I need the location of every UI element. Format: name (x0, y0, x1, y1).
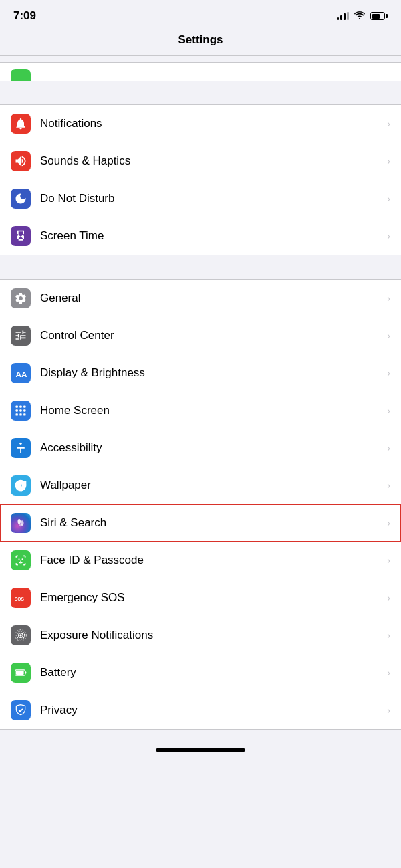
accessibility-chevron: › (387, 443, 390, 453)
battery-icon (11, 663, 31, 683)
settings-row-screen-time[interactable]: Screen Time › (0, 217, 401, 255)
home-screen-label: Home Screen (40, 404, 383, 417)
exposure-chevron: › (387, 630, 390, 641)
general-icon (11, 288, 31, 308)
privacy-chevron: › (387, 705, 390, 716)
dnd-icon (11, 189, 31, 209)
svg-point-17 (19, 634, 21, 636)
face-id-icon (11, 550, 31, 570)
control-center-icon (11, 326, 31, 346)
settings-row-notifications[interactable]: Notifications › (0, 105, 401, 142)
settings-row-accessibility[interactable]: Accessibility › (0, 429, 401, 467)
notifications-chevron: › (387, 118, 390, 129)
siri-icon (11, 513, 31, 533)
settings-row-privacy[interactable]: Privacy › (0, 691, 401, 729)
siri-chevron: › (387, 518, 390, 528)
settings-row-siri[interactable]: Siri & Search › (0, 504, 401, 542)
status-bar: 7:09 (0, 0, 401, 28)
face-id-chevron: › (387, 555, 390, 566)
settings-row-face-id[interactable]: Face ID & Passcode › (0, 542, 401, 579)
svg-text:AA: AA (16, 370, 27, 378)
settings-row-wallpaper[interactable]: Wallpaper › (0, 467, 401, 504)
wallpaper-icon (11, 475, 31, 496)
svg-text:SOS: SOS (15, 596, 25, 601)
screen-time-label: Screen Time (40, 229, 383, 243)
home-screen-chevron: › (387, 405, 390, 416)
wallpaper-chevron: › (387, 480, 390, 491)
display-icon: AA (11, 363, 31, 383)
svg-point-14 (19, 558, 20, 560)
svg-rect-3 (23, 406, 25, 408)
home-bar (156, 748, 245, 752)
svg-rect-4 (16, 409, 18, 411)
svg-rect-8 (19, 413, 21, 415)
general-label: General (40, 292, 383, 305)
settings-row-display[interactable]: AA Display & Brightness › (0, 354, 401, 392)
battery-status-icon (370, 12, 388, 20)
display-chevron: › (387, 368, 390, 378)
nav-header: Settings (0, 28, 401, 56)
status-time: 7:09 (13, 9, 36, 23)
svg-rect-6 (23, 409, 25, 411)
signal-icon (337, 12, 349, 20)
control-center-label: Control Center (40, 329, 383, 342)
svg-point-10 (19, 443, 21, 445)
home-indicator[interactable] (0, 743, 401, 756)
wallpaper-label: Wallpaper (40, 479, 383, 492)
svg-rect-1 (16, 406, 18, 408)
accessibility-icon (11, 438, 31, 458)
svg-point-15 (22, 558, 23, 560)
sounds-chevron: › (387, 156, 390, 167)
svg-rect-9 (23, 413, 25, 415)
general-chevron: › (387, 293, 390, 304)
settings-row-control-center[interactable]: Control Center › (0, 317, 401, 354)
settings-row-general[interactable]: General › (0, 280, 401, 317)
partial-icon (11, 69, 31, 82)
sounds-icon (11, 151, 31, 171)
settings-row-battery[interactable]: Battery › (0, 654, 401, 691)
emergency-sos-chevron: › (387, 592, 390, 603)
status-icons (337, 10, 388, 22)
dnd-chevron: › (387, 193, 390, 204)
settings-row-emergency-sos[interactable]: SOS Emergency SOS › (0, 579, 401, 617)
svg-rect-23 (16, 671, 24, 675)
control-center-chevron: › (387, 330, 390, 341)
settings-row-sounds[interactable]: Sounds & Haptics › (0, 142, 401, 180)
settings-row-home-screen[interactable]: Home Screen › (0, 392, 401, 429)
emergency-sos-label: Emergency SOS (40, 591, 383, 605)
exposure-icon (11, 625, 31, 645)
svg-rect-7 (16, 413, 18, 415)
svg-rect-22 (25, 671, 27, 673)
settings-row-dnd[interactable]: Do Not Disturb › (0, 180, 401, 217)
scroll-spacer-top (0, 56, 401, 62)
display-label: Display & Brightness (40, 366, 383, 380)
wifi-icon (354, 10, 365, 22)
svg-rect-2 (19, 406, 21, 408)
svg-point-11 (18, 519, 21, 524)
page-title: Settings (178, 33, 223, 46)
battery-row-chevron: › (387, 667, 390, 678)
settings-row-exposure[interactable]: Exposure Notifications › (0, 617, 401, 654)
section-spacer-2 (0, 255, 401, 279)
partial-row-top (0, 62, 401, 81)
siri-search-wrapper: Siri & Search › (0, 504, 401, 542)
notifications-label: Notifications (40, 117, 383, 130)
settings-group-2: General › Control Center › AA Display & … (0, 279, 401, 730)
settings-group-1: Notifications › Sounds & Haptics › Do No… (0, 104, 401, 255)
home-screen-icon (11, 401, 31, 421)
face-id-label: Face ID & Passcode (40, 554, 383, 567)
siri-label: Siri & Search (40, 516, 383, 530)
accessibility-label: Accessibility (40, 441, 383, 455)
bottom-spacer (0, 730, 401, 743)
exposure-label: Exposure Notifications (40, 629, 383, 642)
svg-rect-5 (19, 409, 21, 411)
sounds-label: Sounds & Haptics (40, 154, 383, 168)
dnd-label: Do Not Disturb (40, 192, 383, 205)
privacy-label: Privacy (40, 703, 383, 717)
screen-time-icon (11, 226, 31, 246)
battery-label: Battery (40, 666, 383, 679)
section-spacer-1 (0, 81, 401, 104)
privacy-icon (11, 700, 31, 720)
svg-point-13 (19, 524, 23, 527)
screen-time-chevron: › (387, 231, 390, 241)
